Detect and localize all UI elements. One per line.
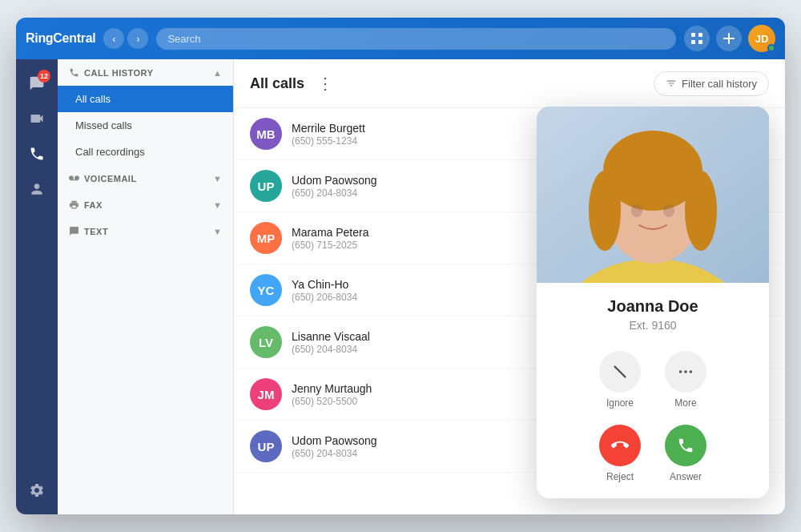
incoming-call-panel: Joanna Doe Ext. 9160 Ignore More <box>537 107 769 498</box>
text-label: TEXT <box>69 226 108 236</box>
reject-button[interactable] <box>599 425 641 466</box>
filter-label: Filter call history <box>682 78 757 90</box>
answer-action: Answer <box>665 425 706 482</box>
more-action: More <box>665 351 706 409</box>
caller-extension: Ext. 9160 <box>553 319 753 332</box>
svg-point-13 <box>589 171 621 251</box>
incoming-call-buttons: Reject Answer <box>537 418 769 498</box>
fax-label: FAX <box>69 200 103 210</box>
user-avatar[interactable]: JD <box>748 25 775 52</box>
nav-section-text[interactable]: TEXT ▼ <box>58 218 233 244</box>
svg-point-16 <box>663 204 674 217</box>
nav-back-button[interactable]: ‹ <box>103 28 124 49</box>
app-logo: RingCentral <box>26 31 95 46</box>
caller-avatar: JM <box>250 378 282 410</box>
voicemail-label: VOICEMAIL <box>69 173 137 183</box>
caller-avatar: LV <box>250 326 282 358</box>
search-input[interactable] <box>156 28 676 50</box>
nav-section-fax[interactable]: FAX ▼ <box>58 191 233 218</box>
app-window: RingCentral ‹ › JD <box>16 18 785 514</box>
caller-avatar: MB <box>250 118 282 150</box>
fax-chevron: ▼ <box>213 200 222 210</box>
messages-badge: 12 <box>38 70 50 83</box>
sidebar-item-contacts[interactable] <box>21 173 53 205</box>
incoming-quick-actions: Ignore More <box>537 341 769 418</box>
ignore-action: Ignore <box>599 351 641 409</box>
nav-all-calls[interactable]: All calls <box>58 86 233 112</box>
add-button[interactable] <box>716 26 742 51</box>
main-more-button[interactable]: ⋮ <box>314 71 336 96</box>
more-label: More <box>674 397 696 409</box>
answer-label: Answer <box>670 471 702 482</box>
apps-button[interactable] <box>684 26 710 51</box>
svg-rect-2 <box>691 40 695 44</box>
call-history-label: CALL HISTORY <box>69 67 153 78</box>
svg-point-19 <box>684 370 687 373</box>
svg-rect-3 <box>698 40 702 44</box>
svg-rect-0 <box>691 33 695 37</box>
caller-avatar: YC <box>250 274 282 306</box>
svg-rect-1 <box>698 33 702 37</box>
call-history-chevron: ▲ <box>213 68 222 78</box>
nav-section-call-history[interactable]: CALL HISTORY ▲ <box>58 59 233 86</box>
sidebar-item-settings[interactable] <box>21 474 53 506</box>
svg-point-18 <box>679 370 682 373</box>
header: RingCentral ‹ › JD <box>16 18 785 59</box>
text-chevron: ▼ <box>213 227 222 236</box>
nav-panel: CALL HISTORY ▲ All calls Missed calls Ca… <box>58 59 234 514</box>
nav-missed-calls[interactable]: Missed calls <box>58 112 233 139</box>
nav-section-voicemail[interactable]: VOICEMAIL ▼ <box>58 165 233 191</box>
caller-avatar: MP <box>250 222 282 254</box>
header-nav: ‹ › <box>103 28 148 49</box>
header-actions: JD <box>684 25 775 52</box>
reject-label: Reject <box>606 471 634 482</box>
svg-line-17 <box>615 367 626 377</box>
sidebar-item-phone[interactable] <box>21 138 53 170</box>
answer-button[interactable] <box>665 425 706 466</box>
nav-forward-button[interactable]: › <box>127 28 148 49</box>
sidebar-item-messages[interactable]: 12 <box>21 67 53 99</box>
filter-button[interactable]: Filter call history <box>654 71 769 96</box>
svg-point-14 <box>685 171 717 251</box>
sidebar-item-video[interactable] <box>21 103 53 135</box>
voicemail-chevron: ▼ <box>213 174 222 183</box>
caller-avatar: UP <box>250 430 282 462</box>
icon-sidebar: 12 <box>16 59 58 514</box>
incoming-info: Joanna Doe Ext. 9160 <box>537 283 769 341</box>
ignore-button[interactable] <box>599 351 641 393</box>
caller-name: Joanna Doe <box>553 297 753 316</box>
reject-action: Reject <box>599 425 641 482</box>
main-header: All calls ⋮ Filter call history <box>234 59 785 108</box>
caller-avatar: UP <box>250 170 282 202</box>
svg-point-15 <box>631 204 642 217</box>
page-title: All calls <box>250 75 304 92</box>
more-options-button[interactable] <box>665 351 706 393</box>
svg-point-20 <box>690 370 693 373</box>
nav-call-recordings[interactable]: Call recordings <box>58 139 233 165</box>
caller-photo <box>537 107 769 283</box>
ignore-label: Ignore <box>606 397 634 409</box>
online-indicator <box>767 44 775 52</box>
